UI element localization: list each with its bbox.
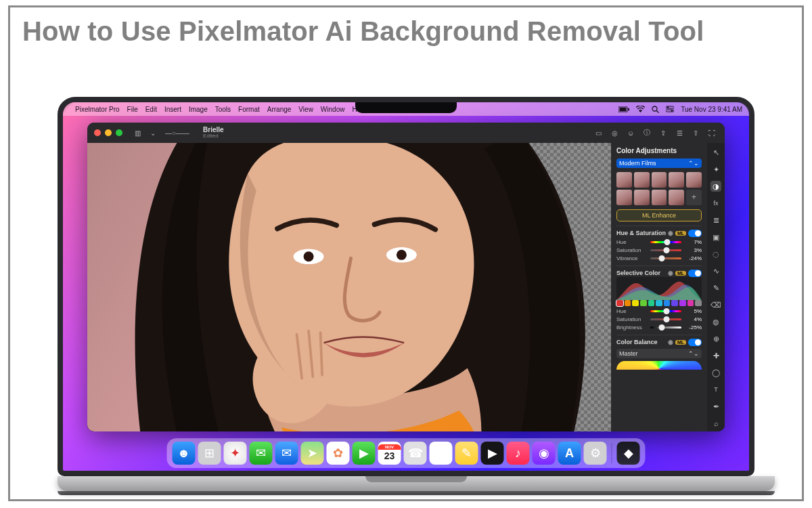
launchpad-icon[interactable]: ⊞: [198, 442, 221, 465]
preset-thumb[interactable]: [634, 172, 650, 188]
saturation-slider[interactable]: [650, 318, 681, 320]
menu-file[interactable]: File: [127, 106, 138, 113]
menubar-clock[interactable]: Tue Nov 23 9:41 AM: [681, 106, 742, 113]
sparkle-icon[interactable]: ✦: [710, 164, 721, 175]
battery-icon[interactable]: [618, 106, 629, 112]
color-swatch[interactable]: [679, 300, 686, 306]
safari-icon[interactable]: ✦: [224, 442, 247, 465]
close-button[interactable]: [94, 129, 101, 136]
add-preset-button[interactable]: +: [686, 190, 702, 205]
zoom-slider-icon[interactable]: —○——: [162, 128, 192, 138]
vibrance-slider[interactable]: [650, 257, 681, 259]
preset-thumb[interactable]: [652, 190, 667, 205]
menu-window[interactable]: Window: [321, 106, 345, 113]
color-swatch[interactable]: [640, 300, 647, 306]
menu-insert[interactable]: Insert: [164, 106, 181, 113]
calendar-icon[interactable]: NOV23: [378, 442, 401, 465]
layers-icon[interactable]: ≣: [710, 215, 721, 226]
color-swatch[interactable]: [664, 300, 671, 306]
appstore-icon[interactable]: A: [558, 442, 581, 465]
ml-enhance-button[interactable]: ML Enhance: [616, 209, 702, 221]
color-swatch[interactable]: [625, 300, 631, 306]
preset-thumb[interactable]: [616, 172, 632, 188]
clone-icon[interactable]: ⊕: [710, 333, 721, 344]
fullscreen-icon[interactable]: ⛶: [706, 129, 718, 137]
menu-tools[interactable]: Tools: [215, 106, 231, 113]
pen-icon[interactable]: ✒: [710, 401, 721, 412]
music-icon[interactable]: ♪: [507, 442, 530, 465]
menu-format[interactable]: Format: [238, 106, 260, 113]
zoom-icon[interactable]: ⌕: [710, 418, 721, 429]
color-swatch[interactable]: [632, 300, 639, 306]
color-swatch[interactable]: [687, 300, 694, 306]
heal-icon[interactable]: ✚: [710, 350, 721, 361]
shape-icon[interactable]: ◯: [710, 367, 721, 378]
camera-icon[interactable]: ◎: [608, 129, 621, 137]
person-icon[interactable]: ☺: [625, 129, 637, 137]
hue-slider[interactable]: [650, 241, 681, 243]
tv-icon[interactable]: ▶: [481, 442, 504, 465]
nav-dropdown-icon[interactable]: ⌄: [148, 128, 158, 138]
brightness-slider[interactable]: [650, 326, 681, 329]
control-center-icon[interactable]: [666, 106, 674, 112]
section-toggle[interactable]: [688, 270, 702, 277]
spotlight-icon[interactable]: [652, 106, 659, 113]
erase-icon[interactable]: ⌫: [710, 299, 721, 310]
color-balance-mode-select[interactable]: Master ⌃⌄: [616, 349, 702, 358]
preset-thumb[interactable]: [652, 172, 667, 188]
reminders-icon[interactable]: ☑: [430, 442, 453, 465]
menu-arrange[interactable]: Arrange: [267, 106, 292, 113]
preset-thumb[interactable]: [669, 190, 684, 205]
menu-image[interactable]: Image: [189, 106, 208, 113]
color-swatch[interactable]: [648, 300, 655, 306]
warp-icon[interactable]: ∿: [710, 266, 721, 276]
fill-icon[interactable]: ◍: [710, 316, 721, 327]
menu-edit[interactable]: Edit: [145, 106, 157, 113]
color-swatch[interactable]: [695, 300, 702, 306]
visibility-icon[interactable]: ◉: [668, 270, 673, 276]
preset-thumb[interactable]: [669, 172, 684, 188]
facetime-icon[interactable]: ▶: [353, 442, 376, 465]
crop-icon[interactable]: ▣: [710, 232, 721, 242]
color-swatch[interactable]: [656, 300, 662, 306]
photos-icon[interactable]: ✿: [327, 442, 350, 465]
text-icon[interactable]: T: [710, 384, 721, 395]
adjust-sliders-icon[interactable]: ☰: [673, 129, 685, 137]
wifi-icon[interactable]: [636, 106, 645, 112]
screen-icon[interactable]: ▭: [592, 129, 604, 137]
adjustments-icon[interactable]: ◑: [710, 181, 721, 192]
podcasts-icon[interactable]: ◉: [533, 442, 556, 465]
notes-icon[interactable]: ✎: [455, 442, 478, 465]
section-toggle[interactable]: [688, 339, 702, 346]
visibility-icon[interactable]: ◉: [668, 339, 673, 345]
visibility-icon[interactable]: ◉: [668, 230, 673, 236]
zoom-button[interactable]: [116, 129, 122, 136]
export-icon[interactable]: ⇪: [657, 129, 669, 137]
preset-select[interactable]: Modern Films ⌃⌄: [616, 158, 702, 168]
saturation-slider[interactable]: [650, 249, 681, 251]
preset-thumb[interactable]: [686, 172, 702, 188]
finder-icon[interactable]: ☻: [173, 442, 196, 465]
minimize-button[interactable]: [105, 129, 112, 136]
pixelmator-icon[interactable]: ◆: [617, 442, 640, 465]
color-swatch[interactable]: [616, 300, 623, 306]
editor-canvas[interactable]: [87, 143, 611, 431]
contacts-icon[interactable]: ☎: [404, 442, 427, 465]
preset-thumb[interactable]: [634, 190, 650, 205]
mail-icon[interactable]: ✉: [275, 442, 298, 465]
maps-icon[interactable]: ➤: [301, 442, 324, 465]
sidebar-toggle-icon[interactable]: ▥: [132, 128, 143, 138]
menubar-app-name[interactable]: Pixelmator Pro: [75, 106, 120, 113]
color-balance-wheel[interactable]: [616, 361, 702, 376]
preset-thumb[interactable]: [616, 190, 632, 205]
select-icon[interactable]: ◌: [710, 249, 721, 259]
color-swatch[interactable]: [671, 300, 678, 306]
fx-icon[interactable]: fx: [710, 198, 721, 209]
hue-slider[interactable]: [650, 310, 681, 312]
brush-icon[interactable]: ✎: [710, 282, 721, 293]
pointer-icon[interactable]: ↖: [710, 147, 721, 158]
info-icon[interactable]: ⓘ: [641, 128, 653, 137]
menu-view[interactable]: View: [298, 106, 313, 113]
messages-icon[interactable]: ✉: [250, 442, 273, 465]
section-toggle[interactable]: [688, 230, 702, 237]
